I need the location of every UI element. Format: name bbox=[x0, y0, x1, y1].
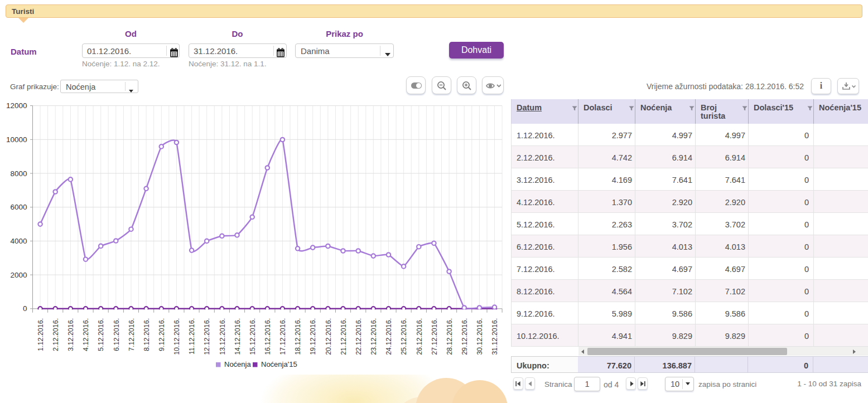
svg-text:26.12.2016.: 26.12.2016. bbox=[416, 318, 423, 355]
svg-text:0: 0 bbox=[23, 304, 27, 313]
svg-text:Noćenja'15: Noćenja'15 bbox=[261, 360, 297, 368]
svg-text:6.12.2016.: 6.12.2016. bbox=[113, 318, 120, 351]
svg-text:18.12.2016.: 18.12.2016. bbox=[294, 318, 302, 355]
svg-text:8000: 8000 bbox=[10, 169, 27, 178]
svg-text:21.12.2016.: 21.12.2016. bbox=[340, 318, 348, 355]
svg-text:4000: 4000 bbox=[10, 237, 27, 245]
svg-text:24.12.2016.: 24.12.2016. bbox=[385, 318, 393, 355]
svg-text:23.12.2016.: 23.12.2016. bbox=[370, 318, 378, 355]
svg-text:17.12.2016.: 17.12.2016. bbox=[279, 318, 287, 355]
svg-text:13.12.2016.: 13.12.2016. bbox=[219, 318, 226, 355]
svg-text:9.12.2016.: 9.12.2016. bbox=[158, 318, 166, 351]
svg-text:5.12.2016.: 5.12.2016. bbox=[98, 318, 105, 351]
svg-text:25.12.2016.: 25.12.2016. bbox=[400, 318, 408, 355]
svg-text:11.12.2016.: 11.12.2016. bbox=[188, 318, 196, 355]
svg-text:2.12.2016.: 2.12.2016. bbox=[52, 318, 60, 351]
svg-text:2000: 2000 bbox=[10, 271, 27, 279]
svg-text:10000: 10000 bbox=[6, 135, 27, 144]
svg-text:28.12.2016.: 28.12.2016. bbox=[446, 318, 454, 355]
svg-text:31.12.2016.: 31.12.2016. bbox=[491, 318, 499, 355]
svg-text:12000: 12000 bbox=[6, 101, 27, 110]
svg-text:20.12.2016.: 20.12.2016. bbox=[325, 318, 332, 355]
svg-text:22.12.2016.: 22.12.2016. bbox=[355, 318, 363, 355]
svg-text:16.12.2016.: 16.12.2016. bbox=[264, 318, 272, 355]
svg-text:Noćenja: Noćenja bbox=[224, 360, 251, 368]
svg-text:6000: 6000 bbox=[10, 203, 27, 211]
svg-text:30.12.2016.: 30.12.2016. bbox=[476, 318, 484, 355]
svg-text:27.12.2016.: 27.12.2016. bbox=[431, 318, 438, 355]
svg-text:14.12.2016.: 14.12.2016. bbox=[234, 318, 242, 355]
svg-text:19.12.2016.: 19.12.2016. bbox=[310, 318, 317, 355]
svg-text:4.12.2016.: 4.12.2016. bbox=[82, 318, 90, 351]
svg-text:8.12.2016.: 8.12.2016. bbox=[143, 318, 151, 351]
svg-text:15.12.2016.: 15.12.2016. bbox=[249, 318, 257, 355]
svg-text:1.12.2016.: 1.12.2016. bbox=[37, 318, 45, 351]
svg-text:29.12.2016.: 29.12.2016. bbox=[461, 318, 469, 355]
svg-text:12.12.2016.: 12.12.2016. bbox=[204, 318, 211, 355]
svg-text:3.12.2016.: 3.12.2016. bbox=[67, 318, 75, 351]
svg-text:7.12.2016.: 7.12.2016. bbox=[128, 318, 136, 351]
svg-text:10.12.2016.: 10.12.2016. bbox=[173, 318, 181, 355]
